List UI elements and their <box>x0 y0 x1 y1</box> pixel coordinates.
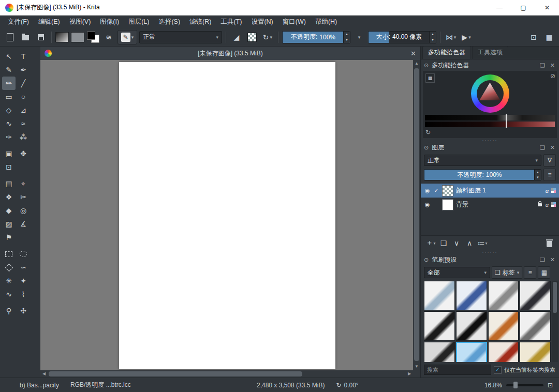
brush-editor-button[interactable]: ✎ ▾ <box>117 30 137 44</box>
preset-scrollbar[interactable] <box>552 281 558 362</box>
lock-icon[interactable] <box>538 203 542 206</box>
menu-select[interactable]: 选择(S) <box>154 16 185 28</box>
move-layer-down-button[interactable]: ∨ <box>451 237 462 249</box>
mirror-horizontal-button[interactable]: ⋈▾ <box>444 31 458 44</box>
menu-layer[interactable]: 图层(L) <box>124 16 154 28</box>
alpha-lock-icon[interactable]: α <box>546 188 549 194</box>
menu-view[interactable]: 视图(V) <box>65 16 96 28</box>
smart-patch-tool[interactable]: ✂ <box>17 190 30 204</box>
layer-opacity-spinner[interactable]: ▲▼ <box>534 170 541 180</box>
menu-filter[interactable]: 滤镜(R) <box>185 16 216 28</box>
measure-tool[interactable]: ∡ <box>17 217 30 231</box>
inherit-alpha-icon[interactable] <box>551 188 556 193</box>
ink-pen-preset[interactable] <box>520 281 551 310</box>
float-docker-icon[interactable]: ❏ <box>539 144 546 151</box>
opacity-slider[interactable]: 不透明度: 100% ▲▼ <box>282 31 350 43</box>
horizontal-scrollbar[interactable]: ◀ ▶ <box>40 370 413 378</box>
close-docker-icon[interactable]: ✕ <box>549 62 556 69</box>
dynamic-brush-tool[interactable]: ✑ <box>2 130 16 144</box>
layer-opacity-slider[interactable]: 不透明度: 100% ▲▼ <box>424 169 541 180</box>
eraser-mode-button[interactable]: ◢ <box>230 31 243 44</box>
foreground-background-color-button[interactable] <box>86 31 100 43</box>
delete-layer-button[interactable] <box>543 237 555 249</box>
layer-thumbnail[interactable] <box>442 185 453 197</box>
pattern-edit-tool[interactable]: ❖ <box>2 190 16 204</box>
freehand-brush-tool[interactable]: ✏ <box>2 77 16 90</box>
menu-edit[interactable]: 编辑(E) <box>34 16 65 28</box>
pen-gray-preset[interactable] <box>520 311 551 341</box>
polygon-tool[interactable]: ◇ <box>2 103 16 117</box>
freehand-select-tool[interactable]: ∽ <box>17 261 30 274</box>
eraser-preset[interactable] <box>424 281 455 310</box>
preset-scrollbar-thumb[interactable] <box>553 282 557 313</box>
pen-black-preset[interactable] <box>424 311 455 341</box>
similar-select-tool[interactable]: ✦ <box>17 274 30 288</box>
close-docker-icon[interactable]: ✕ <box>549 257 556 263</box>
text-tool[interactable]: T <box>17 50 30 63</box>
brush-black-preset[interactable] <box>456 311 487 341</box>
reference-images-tool[interactable]: ⚑ <box>2 231 16 244</box>
open-document-button[interactable] <box>19 31 32 44</box>
gradient-swatch-button[interactable] <box>55 31 69 44</box>
statusbar-color-profile[interactable]: RGB/透明度 ...btrc.icc <box>70 381 131 389</box>
mirror-vertical-button[interactable]: ▶▾ <box>460 31 473 44</box>
preserve-alpha-button[interactable] <box>245 31 259 44</box>
scroll-left-icon[interactable]: ◀ <box>40 370 48 378</box>
polyline-tool[interactable]: ⊿ <box>17 103 30 117</box>
color-sampler-tool[interactable]: ⌖ <box>17 177 30 190</box>
gradient-tool[interactable]: ▤ <box>2 177 16 190</box>
statusbar-rotation[interactable]: ↻ 0.00° <box>336 382 358 389</box>
layer-visibility-icon[interactable]: ◉ <box>424 201 431 208</box>
bezier-curve-tool[interactable]: ∿ <box>2 117 16 130</box>
texture-brush-preset[interactable] <box>424 342 455 362</box>
ellipse-select-tool[interactable] <box>17 247 30 261</box>
zoom-slider-thumb[interactable] <box>513 382 518 388</box>
float-docker-icon[interactable]: ❏ <box>539 62 546 69</box>
docker-pin-icon[interactable]: ⊙ <box>424 257 429 263</box>
new-document-button[interactable] <box>3 31 17 44</box>
crop-tool[interactable]: ⊡ <box>2 160 16 174</box>
marker-blue-preset[interactable] <box>456 281 487 310</box>
canvas-viewport[interactable] <box>40 60 413 370</box>
multibrush-tool[interactable]: ⁂ <box>17 130 30 144</box>
advanced-color-selector[interactable]: ▦ ⊘ ↻ <box>423 71 557 138</box>
panel-splitter[interactable] <box>421 250 559 254</box>
presets-view-button[interactable]: ▦ <box>538 266 550 279</box>
enclose-fill-tool[interactable]: ◎ <box>17 204 30 217</box>
layer-visibility-icon[interactable]: ◉ <box>424 187 431 194</box>
horizontal-scrollbar-thumb[interactable] <box>49 371 302 376</box>
alpha-lock-icon[interactable]: α <box>546 202 549 208</box>
reload-preset-button[interactable]: ↻▾ <box>261 31 274 44</box>
gradient-chooser-button[interactable]: ≋ <box>102 31 115 44</box>
shade-gradient-strip[interactable] <box>425 122 555 127</box>
zoom-slider[interactable] <box>506 384 543 386</box>
duplicate-layer-button[interactable]: ❏ <box>438 237 449 249</box>
layer-options-button[interactable]: ≡ <box>543 169 556 181</box>
close-docker-icon[interactable]: ✕ <box>549 144 556 151</box>
float-docker-icon[interactable]: ❏ <box>539 257 546 263</box>
tag-button[interactable]: ❏ 标签 ▾ <box>492 266 522 279</box>
brush-red-preset[interactable] <box>488 342 519 362</box>
menu-settings[interactable]: 设置(N) <box>246 16 277 28</box>
color-history-strip[interactable] <box>425 115 555 120</box>
edit-shapes-tool[interactable]: ✎ <box>2 63 16 77</box>
opacity-options-button[interactable]: ▾ <box>352 31 366 44</box>
scroll-down-icon[interactable]: ▼ <box>413 363 420 370</box>
ellipse-tool[interactable]: ○ <box>17 90 30 103</box>
polygon-select-tool[interactable] <box>2 261 16 274</box>
layer-row[interactable]: ◉✓颜料图层 1α <box>421 184 559 198</box>
pen-orange-preset[interactable] <box>488 311 519 341</box>
search-in-tag-checkbox[interactable]: ✓ <box>494 366 502 374</box>
tab-advanced-color-selector[interactable]: 多功能拾色器 <box>422 46 471 59</box>
layer-properties-button[interactable]: ≔▾ <box>477 237 488 249</box>
pattern-swatch-button[interactable] <box>71 31 84 44</box>
preset-filter-combobox[interactable]: 全部 ▾ <box>424 267 490 278</box>
airbrush-preset[interactable] <box>488 281 519 310</box>
refresh-shades-icon[interactable]: ↻ <box>425 129 431 136</box>
vertical-scrollbar-thumb[interactable] <box>414 68 419 361</box>
pan-tool[interactable]: ✣ <box>17 304 30 318</box>
panel-splitter[interactable] <box>421 138 559 142</box>
presets-menu-button[interactable]: ≡ <box>524 266 536 279</box>
menu-image[interactable]: 图像(I) <box>95 16 124 28</box>
calligraphy-tool[interactable]: ✒ <box>17 63 30 77</box>
